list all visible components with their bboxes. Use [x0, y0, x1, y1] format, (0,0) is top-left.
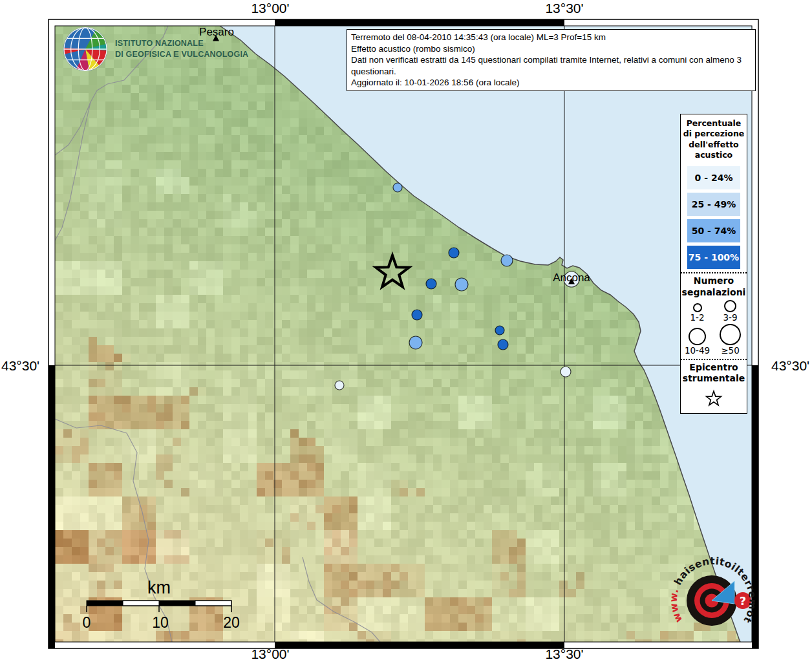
- felt-report-point: [561, 367, 571, 377]
- count-circle-icon: [724, 300, 736, 312]
- legend-percent-swatch: 25 - 49%: [687, 193, 740, 216]
- legend-count-item: 1-2: [681, 299, 714, 323]
- felt-report-point: [498, 339, 508, 350]
- city-label-ancona: Ancona: [553, 272, 590, 284]
- axis-top-right: 13°30': [545, 1, 583, 16]
- legend-epicenter-title: Epicentro strumentale: [681, 360, 747, 386]
- info-event-line: Terremoto del 08-04-2010 14:35:43 (ora l…: [351, 32, 751, 43]
- map-inner: km01020: [55, 26, 753, 648]
- info-data-line: Dati non verificati estratti da 145 ques…: [351, 54, 751, 77]
- count-label: 10-49: [685, 346, 710, 356]
- felt-report-point: [335, 381, 344, 390]
- map-page: km01020 13°00' 13°30' 13°00' 13°30' 43°3…: [0, 0, 812, 662]
- felt-report-point: [495, 326, 504, 335]
- scale-tick-20: 20: [223, 614, 240, 631]
- axis-top-left: 13°00': [251, 1, 289, 16]
- count-circle-icon: [693, 303, 702, 312]
- legend-panel: Percentuale di percezione dell'effetto a…: [680, 114, 747, 414]
- ingv-name-line1: ISTITUTO NAZIONALE: [115, 38, 248, 49]
- info-updated-line: Aggiornato il: 10-01-2026 18:56 (ora loc…: [351, 77, 751, 89]
- scale-unit: km: [147, 578, 171, 597]
- legend-counts-items: 1-23-910-49≥50: [681, 299, 747, 356]
- count-label: 3-9: [723, 313, 737, 323]
- ingv-name-line2: DI GEOFISICA E VULCANOLOGIA: [115, 49, 248, 60]
- ingv-name: ISTITUTO NAZIONALE DI GEOFISICA E VULCAN…: [115, 38, 248, 60]
- axis-right: 43°30': [771, 358, 809, 374]
- legend-percent-swatch: 0 - 24%: [687, 166, 740, 189]
- axis-bottom-left: 13°00': [251, 646, 289, 662]
- axis-left: 43°30': [1, 358, 39, 374]
- count-label: ≥50: [721, 346, 740, 356]
- scale-tick-10: 10: [152, 614, 169, 631]
- legend-percent-items: 0 - 24%25 - 49%50 - 74%75 - 100%: [681, 166, 747, 269]
- question-mark: ?: [740, 594, 746, 608]
- city-label-pesaro: Pesaro: [199, 26, 234, 39]
- star-icon: [704, 389, 723, 408]
- felt-report-point: [449, 248, 459, 258]
- legend-counts-title: Numero segnalazioni: [681, 273, 747, 299]
- legend-percent-title: Percentuale di percezione dell'effetto a…: [681, 114, 747, 163]
- legend-percent-swatch: 75 - 100%: [687, 246, 740, 269]
- count-circle-icon: [720, 324, 741, 345]
- felt-report-point: [412, 310, 422, 320]
- info-effect-line: Effetto acustico (rombo sismico): [351, 43, 751, 55]
- earthquake-info-box: Terremoto del 08-04-2010 14:35:43 (ora l…: [347, 29, 756, 91]
- count-label: 1-2: [690, 313, 704, 323]
- legend-count-item: 3-9: [714, 299, 747, 323]
- felt-report-point: [501, 255, 513, 266]
- felt-report-point: [409, 336, 422, 349]
- count-circle-icon: [689, 328, 706, 345]
- scale-tick-0: 0: [83, 614, 91, 631]
- felt-report-point: [393, 183, 402, 192]
- felt-report-point: [426, 279, 436, 289]
- legend-epicenter-star: [681, 386, 747, 413]
- legend-percent-swatch: 50 - 74%: [687, 219, 740, 242]
- ingv-globe-icon: [62, 26, 109, 72]
- legend-count-item: ≥50: [714, 323, 747, 356]
- haisentito-logo: ? www. haisentitoilterremoto .it: [664, 551, 762, 650]
- felt-report-point: [455, 278, 468, 291]
- axis-bottom-right: 13°30': [545, 646, 583, 662]
- legend-count-item: 10-49: [681, 323, 714, 356]
